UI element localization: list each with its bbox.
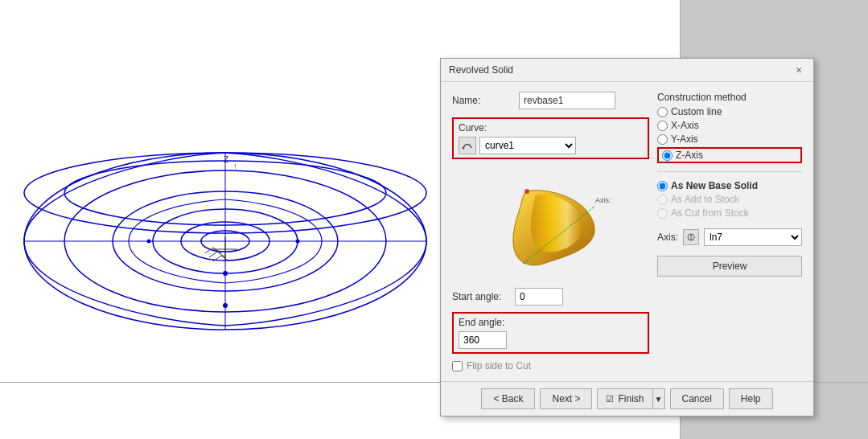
finish-label: Finish [618,393,644,404]
construction-section: Construction method Custom line X-Axis Y… [657,92,802,163]
y-axis-option[interactable]: Y-Axis [657,133,802,145]
revolved-solid-dialog: Revolved Solid × Name: Curve: [440,58,814,416]
custom-line-radio[interactable] [657,107,668,117]
svg-point-11 [223,271,228,276]
cancel-button[interactable]: Cancel [670,388,724,409]
as-add-to-stock-label: As Add to Stock [671,194,739,205]
curve-row: curve1 [459,137,643,154]
finish-button[interactable]: ☑ Finish [597,388,652,409]
as-cut-from-stock-option[interactable]: As Cut from Stock [657,207,802,219]
curve-icon-button[interactable] [459,137,476,154]
x-axis-radio[interactable] [657,121,668,131]
end-angle-group: End angle: [452,312,649,354]
x-axis-option[interactable]: X-Axis [657,120,802,131]
finish-icon: ☑ [606,394,614,404]
dialog-close-button[interactable]: × [792,64,805,76]
end-angle-input[interactable] [459,331,507,349]
as-cut-from-stock-radio[interactable] [657,208,668,219]
name-input[interactable] [519,92,615,109]
section-divider [657,171,802,172]
end-angle-label: End angle: [459,317,643,328]
as-new-base-solid-label: As New Base Solid [671,180,758,191]
curve-select-icon [462,140,473,151]
dialog-body: Name: Curve: curve1 [441,82,813,381]
axis-row: Axis: ln7 [657,228,802,246]
back-button[interactable]: < Back [481,388,535,409]
dialog-left-panel: Name: Curve: curve1 [452,92,649,371]
z-axis-label: Z-Axis [676,150,703,161]
flip-label: Flip side to Cut [467,360,531,371]
z-axis-highlighted-group: Z-Axis [657,147,802,163]
preview-button[interactable]: Preview [657,256,802,277]
start-angle-label: Start angle: [452,291,508,302]
z-axis-radio[interactable] [662,150,673,161]
svg-text:Axis:: Axis: [595,196,611,204]
axis-select[interactable]: ln7 [704,228,802,246]
finish-button-group: ☑ Finish ▼ [597,388,664,409]
custom-line-label: Custom line [671,106,722,117]
next-button[interactable]: Next > [540,388,592,409]
dialog-title: Revolved Solid [449,64,513,76]
finish-dropdown-button[interactable]: ▼ [652,388,665,409]
svg-text:Z: Z [224,155,228,164]
curve-section: Curve: curve1 [452,117,649,159]
as-new-base-solid-option[interactable]: As New Base Solid [657,180,802,191]
result-group: As New Base Solid As Add to Stock As Cut… [657,180,802,219]
x-axis-label: X-Axis [671,120,699,131]
axis-icon-button[interactable] [683,229,699,245]
svg-point-17 [296,240,300,244]
axis-select-icon [686,232,696,242]
as-add-to-stock-option[interactable]: As Add to Stock [657,194,802,205]
flip-row: Flip side to Cut [452,360,649,371]
svg-point-19 [463,147,465,150]
help-button[interactable]: Help [729,388,773,409]
svg-point-21 [525,189,529,194]
as-cut-from-stock-label: As Cut from Stock [671,207,749,219]
curve-select[interactable]: curve1 [479,137,576,154]
dialog-titlebar: Revolved Solid × [441,59,813,82]
as-add-to-stock-radio[interactable] [657,195,668,205]
start-angle-row: Start angle: [452,288,649,306]
start-angle-input[interactable] [515,288,563,306]
svg-point-18 [147,240,151,244]
curve-label: Curve: [459,122,643,133]
flip-checkbox[interactable] [452,361,463,371]
curve-preview-area: Axis: [452,167,649,280]
axis-label: Axis: [657,232,678,243]
svg-point-12 [223,303,228,308]
dialog-footer: < Back Next > ☑ Finish ▼ Cancel Help [441,381,813,416]
y-axis-label: Y-Axis [671,133,698,145]
y-axis-radio[interactable] [657,134,668,145]
dialog-right-panel: Construction method Custom line X-Axis Y… [657,92,802,371]
name-row: Name: [452,92,649,109]
angle-section: Start angle: End angle: Flip side to Cut [452,288,649,371]
construction-title: Construction method [657,92,802,103]
svg-text:↑: ↑ [233,162,237,170]
custom-line-option[interactable]: Custom line [657,106,802,117]
z-axis-option[interactable]: Z-Axis [662,150,703,161]
shape-preview-svg: Axis: [479,167,623,280]
as-new-base-solid-radio[interactable] [657,181,668,191]
construction-radio-group: Custom line X-Axis Y-Axis Z-Axis [657,106,802,163]
name-label: Name: [452,95,512,106]
